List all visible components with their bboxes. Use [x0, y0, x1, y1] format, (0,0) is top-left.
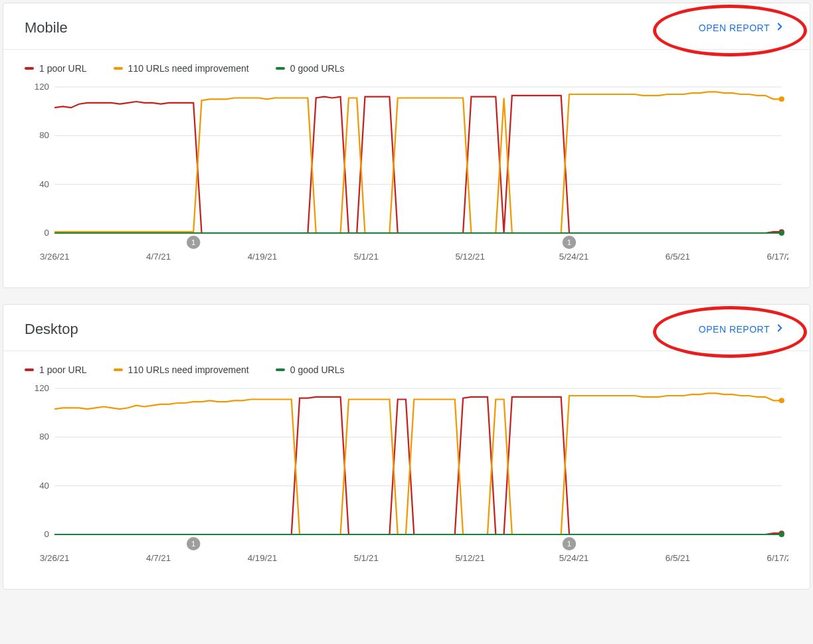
mobile-chart-wrap: 040801203/26/214/7/214/19/215/1/215/12/2…: [3, 80, 810, 287]
open-report-button-desktop[interactable]: OPEN REPORT: [696, 318, 788, 340]
svg-text:6/17/21: 6/17/21: [767, 553, 788, 563]
open-report-button-mobile[interactable]: OPEN REPORT: [696, 17, 788, 39]
svg-text:5/1/21: 5/1/21: [354, 553, 379, 563]
swatch-need: [114, 368, 123, 371]
legend-need-label: 110 URLs need improvement: [128, 63, 249, 74]
svg-text:6/17/21: 6/17/21: [767, 252, 788, 262]
svg-text:1: 1: [191, 540, 195, 548]
svg-point-32: [779, 398, 784, 403]
mobile-header: Mobile OPEN REPORT: [3, 3, 810, 50]
desktop-header: Desktop OPEN REPORT: [3, 305, 810, 351]
svg-text:40: 40: [39, 481, 49, 491]
swatch-poor: [25, 67, 34, 70]
desktop-chart-wrap: 040801203/26/214/7/214/19/215/1/215/12/2…: [3, 382, 810, 589]
svg-text:1: 1: [567, 540, 571, 548]
svg-text:6/5/21: 6/5/21: [666, 553, 690, 563]
swatch-need: [114, 67, 123, 70]
svg-text:4/7/21: 4/7/21: [146, 252, 171, 262]
svg-text:0: 0: [45, 228, 49, 238]
svg-text:5/24/21: 5/24/21: [559, 553, 588, 563]
svg-text:5/12/21: 5/12/21: [455, 553, 484, 563]
legend-need: 110 URLs need improvement: [114, 364, 249, 375]
legend-good: 0 good URLs: [276, 63, 345, 74]
svg-text:120: 120: [35, 383, 49, 393]
desktop-card: Desktop OPEN REPORT 1 poor URL 110 URLs …: [3, 304, 810, 590]
svg-text:5/24/21: 5/24/21: [559, 252, 588, 262]
svg-text:40: 40: [39, 179, 49, 189]
open-report-label: OPEN REPORT: [699, 23, 770, 33]
mobile-chart: 040801203/26/214/7/214/19/215/1/215/12/2…: [25, 80, 788, 266]
legend-good: 0 good URLs: [276, 364, 345, 375]
mobile-legend: 1 poor URL 110 URLs need improvement 0 g…: [3, 50, 810, 80]
mobile-title: Mobile: [25, 19, 68, 37]
desktop-legend: 1 poor URL 110 URLs need improvement 0 g…: [3, 351, 810, 382]
open-report-label: OPEN REPORT: [699, 324, 770, 335]
svg-text:4/19/21: 4/19/21: [248, 252, 277, 262]
svg-text:4/19/21: 4/19/21: [248, 553, 277, 563]
svg-point-9: [779, 96, 784, 102]
legend-poor-label: 1 poor URL: [39, 364, 87, 375]
swatch-poor: [25, 368, 34, 371]
svg-text:80: 80: [39, 432, 49, 442]
legend-good-label: 0 good URLs: [290, 63, 345, 74]
swatch-good: [276, 368, 285, 371]
svg-text:1: 1: [191, 238, 195, 246]
svg-text:120: 120: [35, 82, 49, 92]
chevron-right-icon: [774, 21, 786, 35]
mobile-card: Mobile OPEN REPORT 1 poor URL 110 URLs n…: [3, 3, 810, 288]
svg-text:3/26/21: 3/26/21: [40, 553, 69, 563]
desktop-title: Desktop: [25, 321, 78, 338]
svg-text:6/5/21: 6/5/21: [666, 252, 690, 262]
svg-text:80: 80: [39, 130, 49, 140]
legend-need: 110 URLs need improvement: [114, 63, 249, 74]
svg-point-10: [779, 230, 784, 236]
legend-need-label: 110 URLs need improvement: [128, 364, 249, 375]
chevron-right-icon: [774, 322, 786, 336]
desktop-chart: 040801203/26/214/7/214/19/215/1/215/12/2…: [25, 382, 788, 568]
svg-text:1: 1: [567, 238, 571, 246]
svg-text:5/1/21: 5/1/21: [354, 252, 379, 262]
svg-point-33: [779, 532, 784, 537]
svg-text:3/26/21: 3/26/21: [40, 252, 69, 262]
legend-poor: 1 poor URL: [25, 364, 87, 375]
swatch-good: [276, 67, 285, 70]
svg-text:5/12/21: 5/12/21: [455, 252, 484, 262]
legend-poor: 1 poor URL: [25, 63, 87, 74]
svg-text:4/7/21: 4/7/21: [146, 553, 171, 563]
legend-poor-label: 1 poor URL: [39, 63, 87, 74]
svg-text:0: 0: [45, 529, 49, 539]
legend-good-label: 0 good URLs: [290, 364, 345, 375]
